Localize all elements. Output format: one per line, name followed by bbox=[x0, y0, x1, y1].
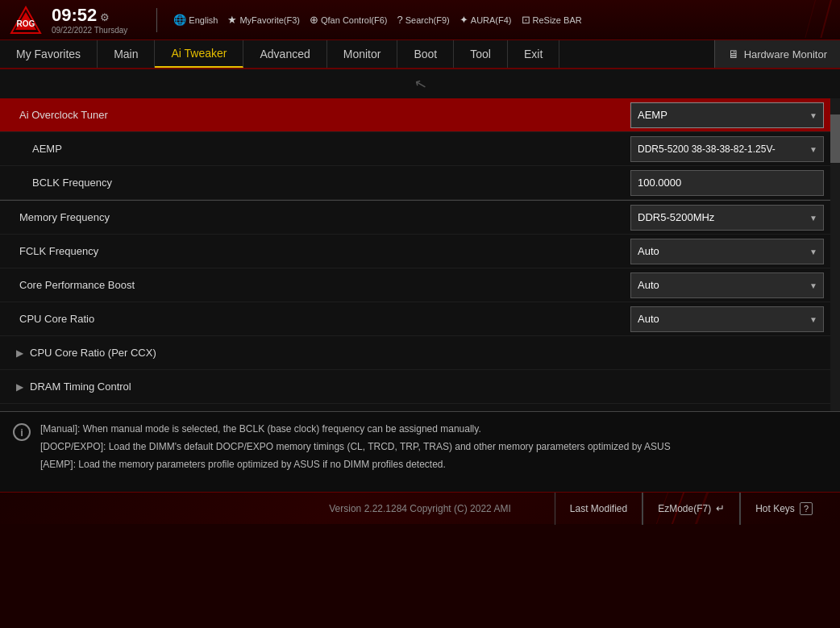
nav-my-favorites[interactable]: My Favorites bbox=[0, 40, 98, 68]
tool-myfavorite[interactable]: ★ MyFavorite(F3) bbox=[227, 14, 300, 26]
setting-ai-overclock-tuner: Ai Overclock Tuner Manual Auto DOCP/EXPO… bbox=[0, 98, 840, 132]
aura-icon: ✦ bbox=[460, 14, 468, 26]
info-text-block: [Manual]: When manual mode is selected, … bbox=[40, 422, 671, 472]
footer: Version 2.22.1284 Copyright (C) 2022 AMI… bbox=[0, 492, 840, 524]
hot-keys-icon: ? bbox=[800, 502, 813, 515]
setting-aemp: AEMP DDR5-5200 38-38-38-82-1.25V- ▼ bbox=[0, 132, 840, 166]
fclk-frequency-control[interactable]: Auto 1000MHz 1200MHz ▼ bbox=[630, 239, 824, 264]
nav-bar: My Favorites Main Ai Tweaker Advanced Mo… bbox=[0, 40, 840, 69]
monitor-icon: 🖥 bbox=[728, 48, 739, 60]
resize-icon: ⊡ bbox=[522, 14, 530, 26]
ai-overclock-tuner-control[interactable]: Manual Auto DOCP/EXPO AEMP ▼ bbox=[630, 102, 824, 128]
nav-hw-monitor[interactable]: 🖥 Hardware Monitor bbox=[714, 40, 840, 68]
memory-frequency-select[interactable]: Auto DDR5-4800MHz DDR5-5200MHz DDR5-5600… bbox=[630, 205, 824, 231]
ai-overclock-tuner-select[interactable]: Manual Auto DOCP/EXPO AEMP bbox=[630, 102, 824, 128]
cursor-pointer-icon: ↖ bbox=[412, 73, 428, 94]
scrollbar[interactable] bbox=[830, 98, 840, 411]
setting-memory-frequency: Memory Frequency Auto DDR5-4800MHz DDR5-… bbox=[0, 201, 840, 235]
setting-fclk-frequency: FCLK Frequency Auto 1000MHz 1200MHz ▼ bbox=[0, 235, 840, 268]
nav-advanced[interactable]: Advanced bbox=[243, 40, 326, 68]
fclk-frequency-select[interactable]: Auto 1000MHz 1200MHz bbox=[630, 239, 824, 264]
setting-bclk-frequency: BCLK Frequency bbox=[0, 166, 840, 200]
header-gear-icon[interactable]: ⚙ bbox=[100, 11, 110, 23]
nav-boot[interactable]: Boot bbox=[397, 40, 454, 68]
fan-icon: ⊕ bbox=[310, 14, 318, 26]
header-date: 09/22/2022 Thursday bbox=[52, 26, 127, 35]
main-content: Ai Overclock Tuner Manual Auto DOCP/EXPO… bbox=[0, 98, 840, 411]
expand-cpu-core-ratio-per-ccx[interactable]: ▶ CPU Core Ratio (Per CCX) bbox=[0, 336, 840, 370]
star-icon: ★ bbox=[227, 14, 237, 26]
header-tools: 🌐 English ★ MyFavorite(F3) ⊕ Qfan Contro… bbox=[173, 14, 830, 26]
aemp-select[interactable]: DDR5-5200 38-38-38-82-1.25V- bbox=[630, 136, 824, 162]
footer-buttons: Last Modified EzMode(F7) ↵ Hot Keys ? bbox=[555, 493, 827, 525]
globe-icon: 🌐 bbox=[173, 14, 186, 26]
header-left-block: 09:52 ⚙ 09/22/2022 Thursday bbox=[52, 5, 127, 35]
footer-ez-mode[interactable]: EzMode(F7) ↵ bbox=[642, 493, 739, 525]
memory-frequency-control[interactable]: Auto DDR5-4800MHz DDR5-5200MHz DDR5-5600… bbox=[630, 205, 824, 231]
nav-tool[interactable]: Tool bbox=[454, 40, 508, 68]
ez-mode-icon: ↵ bbox=[716, 502, 725, 514]
tool-english[interactable]: 🌐 English bbox=[173, 14, 218, 26]
footer-hot-keys[interactable]: Hot Keys ? bbox=[740, 493, 827, 525]
expand-arrow-dram-icon: ▶ bbox=[16, 381, 23, 393]
bclk-frequency-control[interactable] bbox=[630, 170, 824, 196]
core-performance-boost-select[interactable]: Auto Disabled bbox=[630, 272, 824, 298]
expand-precision-boost-overdrive[interactable]: ▶ Precision Boost Overdrive bbox=[0, 404, 840, 411]
scrollbar-thumb[interactable] bbox=[830, 114, 840, 163]
core-performance-boost-control[interactable]: Auto Disabled ▼ bbox=[630, 272, 824, 298]
cursor-area: ↖ bbox=[0, 69, 840, 98]
info-panel: i [Manual]: When manual mode is selected… bbox=[0, 411, 840, 492]
nav-exit[interactable]: Exit bbox=[508, 40, 559, 68]
setting-cpu-core-ratio: CPU Core Ratio Auto Manual ▼ bbox=[0, 302, 840, 336]
nav-monitor[interactable]: Monitor bbox=[327, 40, 398, 68]
footer-version: Version 2.22.1284 Copyright (C) 2022 AMI bbox=[329, 503, 510, 514]
svg-text:ROG: ROG bbox=[17, 19, 35, 28]
info-icon: i bbox=[13, 423, 31, 441]
nav-ai-tweaker[interactable]: Ai Tweaker bbox=[155, 40, 243, 68]
aemp-control[interactable]: DDR5-5200 38-38-38-82-1.25V- ▼ bbox=[630, 136, 824, 162]
tool-search[interactable]: ? Search(F9) bbox=[397, 14, 450, 26]
tool-qfan[interactable]: ⊕ Qfan Control(F6) bbox=[310, 14, 388, 26]
cpu-core-ratio-select[interactable]: Auto Manual bbox=[630, 306, 824, 332]
nav-main[interactable]: Main bbox=[98, 40, 155, 68]
settings-area: Ai Overclock Tuner Manual Auto DOCP/EXPO… bbox=[0, 98, 840, 411]
bclk-frequency-input[interactable] bbox=[630, 170, 824, 196]
tool-resizebar[interactable]: ⊡ ReSize BAR bbox=[522, 14, 582, 26]
header-divider bbox=[156, 8, 157, 32]
expand-arrow-cpu-ccx-icon: ▶ bbox=[16, 347, 23, 359]
rog-logo-icon: ROG bbox=[10, 6, 42, 35]
cpu-core-ratio-control[interactable]: Auto Manual ▼ bbox=[630, 306, 824, 332]
header-time: 09:52 bbox=[52, 5, 97, 26]
expand-dram-timing-control[interactable]: ▶ DRAM Timing Control bbox=[0, 370, 840, 404]
tool-aura[interactable]: ✦ AURA(F4) bbox=[460, 14, 512, 26]
search-icon: ? bbox=[397, 14, 403, 26]
footer-last-modified[interactable]: Last Modified bbox=[555, 493, 642, 525]
setting-core-performance-boost: Core Performance Boost Auto Disabled ▼ bbox=[0, 268, 840, 302]
header-bar: ROG 09:52 ⚙ 09/22/2022 Thursday 🌐 Englis… bbox=[0, 0, 840, 40]
